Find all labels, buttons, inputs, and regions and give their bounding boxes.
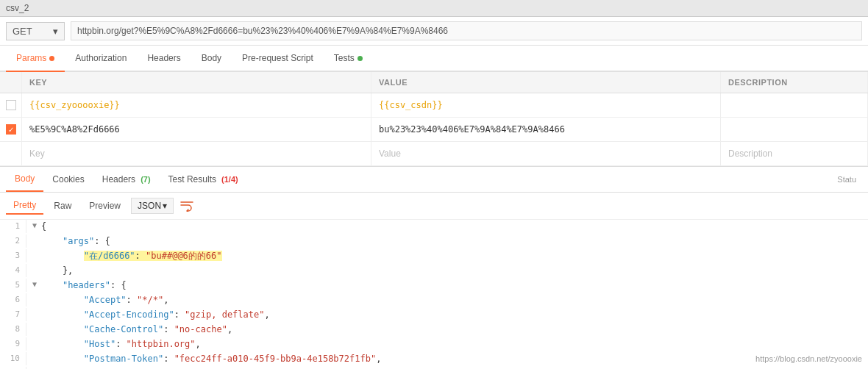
key-cell-2[interactable]: %E5%9C%A8%2Fd6666 (22, 118, 371, 141)
table-header: KEY VALUE DESCRIPTION (0, 72, 868, 93)
desc-cell-1[interactable] (721, 93, 868, 117)
top-bar: csv_2 (0, 0, 868, 17)
tab-tests[interactable]: Tests (324, 46, 373, 71)
params-dot (49, 56, 54, 61)
value-cell-1[interactable]: {{csv_csdn}} (371, 93, 721, 117)
code-line-8: 8 "Cache-Control": "no-cache", (0, 323, 868, 337)
format-bar: Pretty Raw Preview JSON ▾ (0, 193, 868, 220)
tab-label[interactable]: csv_2 (6, 3, 29, 13)
tab-prerequest[interactable]: Pre-request Script (232, 46, 324, 71)
code-content-4: }, (41, 264, 868, 278)
line-num-5: 5 (0, 279, 26, 292)
code-content-2: "args": { (41, 234, 868, 248)
key-cell-3[interactable]: Key (22, 142, 371, 165)
dropdown-chevron-icon: ▾ (163, 201, 167, 211)
val-placeholder: Value (379, 148, 401, 159)
col-checkbox (0, 72, 22, 93)
tab-headers[interactable]: Headers (137, 46, 191, 71)
format-dropdown[interactable]: JSON ▾ (131, 198, 174, 214)
watermark: https://blog.csdn.net/zyoooxie (755, 354, 862, 363)
tab-authorization[interactable]: Authorization (65, 46, 137, 71)
response-tabs: Body Cookies Headers (7) Test Results (1… (6, 167, 247, 192)
checkbox-unchecked-1[interactable] (6, 100, 16, 110)
code-line-1: 1 ▼ { (0, 220, 868, 234)
tab-tests-label: Tests (334, 53, 355, 63)
line-num-1: 1 (0, 220, 26, 233)
url-bar: GET ▾ (0, 17, 868, 46)
code-content-7: "Accept-Encoding": "gzip, deflate", (41, 308, 868, 322)
code-line-10: 10 "Postman-Token": "fecc24ff-a010-45f9-… (0, 352, 868, 367)
code-line-6: 6 "Accept": "*/*", (0, 293, 868, 308)
col-description: DESCRIPTION (721, 72, 868, 93)
tab-cookies-label: Cookies (52, 174, 84, 184)
key-value-1: {{csv_zyooooxie}} (29, 100, 120, 110)
tab-headers-label: Headers (147, 53, 180, 63)
code-line-9: 9 "Host": "httpbin.org", (0, 337, 868, 352)
checkbox-cell-1[interactable] (0, 93, 22, 117)
line-num-10: 10 (0, 352, 26, 365)
tab-response-body-label: Body (15, 173, 35, 184)
status-label: Statu (837, 175, 862, 184)
tab-cookies[interactable]: Cookies (43, 167, 93, 192)
request-tab-bar: Params Authorization Headers Body Pre-re… (0, 46, 868, 72)
code-content-1: { (41, 220, 868, 234)
tab-body[interactable]: Body (191, 46, 232, 71)
col-value: VALUE (371, 72, 721, 93)
value-cell-2[interactable]: bu%23%23%40%406%E7%9A%84%E7%9A%8466 (371, 118, 721, 141)
code-line-2: 2 "args": { (0, 234, 868, 249)
val-value-2: bu%23%23%40%406%E7%9A%84%E7%9A%8466 (379, 124, 565, 135)
val-value-1: {{csv_csdn}} (379, 100, 443, 110)
code-line-7: 7 "Accept-Encoding": "gzip, deflate", (0, 308, 868, 323)
desc-cell-2[interactable] (721, 118, 868, 141)
method-label: GET (13, 26, 32, 37)
checkbox-checked-2[interactable]: ✓ (6, 124, 16, 135)
col-key: KEY (22, 72, 371, 93)
table-row: Key Value Description (0, 142, 868, 166)
response-tab-bar: Body Cookies Headers (7) Test Results (1… (0, 167, 868, 193)
toggle-1[interactable]: ▼ (32, 220, 41, 232)
wrap-icon[interactable] (177, 197, 197, 215)
checkbox-cell-3 (0, 142, 22, 165)
pretty-button[interactable]: Pretty (6, 197, 43, 215)
tab-test-results-label: Test Results (168, 174, 216, 184)
code-content-6: "Accept": "*/*", (41, 293, 868, 307)
code-area: 1 ▼ { 2 "args": { 3 "在/d6666": "bu##@@6的… (0, 220, 868, 369)
code-line-4: 4 }, (0, 264, 868, 279)
line-num-3: 3 (0, 249, 26, 262)
tab-params[interactable]: Params (6, 46, 65, 72)
tab-response-headers[interactable]: Headers (7) (93, 167, 160, 192)
code-line-5: 5 ▼ "headers": { (0, 279, 868, 293)
desc-cell-3[interactable]: Description (721, 142, 868, 165)
params-table: KEY VALUE DESCRIPTION {{csv_zyooooxie}} … (0, 72, 868, 167)
tab-params-label: Params (16, 53, 46, 63)
code-content-5: "headers": { (41, 279, 868, 293)
url-input[interactable] (71, 21, 862, 40)
toggle-5[interactable]: ▼ (32, 279, 41, 290)
tests-dot (357, 56, 363, 61)
checkbox-cell-2[interactable]: ✓ (0, 118, 22, 141)
dropdown-arrow-icon: ▾ (53, 26, 58, 37)
tab-response-body[interactable]: Body (6, 167, 43, 192)
key-cell-1[interactable]: {{csv_zyooooxie}} (22, 93, 371, 117)
code-content-10: "Postman-Token": "fecc24ff-a010-45f9-bb9… (41, 352, 868, 366)
tab-test-results[interactable]: Test Results (1/4) (160, 167, 247, 192)
code-line-3: 3 "在/d6666": "bu##@@6的的66" (0, 249, 868, 264)
line-num-6: 6 (0, 293, 26, 307)
tab-prerequest-label: Pre-request Script (242, 53, 313, 63)
preview-button[interactable]: Preview (82, 198, 128, 214)
method-select[interactable]: GET ▾ (6, 22, 65, 40)
headers-badge: (7) (138, 175, 151, 184)
key-value-2: %E5%9C%A8%2Fd6666 (29, 124, 120, 135)
test-badge: (1/4) (219, 175, 238, 184)
line-num-8: 8 (0, 323, 26, 336)
line-num-4: 4 (0, 264, 26, 277)
value-cell-3[interactable]: Value (371, 142, 721, 165)
raw-button[interactable]: Raw (46, 198, 79, 214)
line-num-2: 2 (0, 234, 26, 248)
code-content-3: "在/d6666": "bu##@@6的的66" (41, 249, 868, 263)
line-num-9: 9 (0, 337, 26, 351)
key-placeholder: Key (29, 148, 45, 159)
tab-response-headers-label: Headers (102, 174, 135, 184)
format-label: JSON (138, 201, 161, 211)
table-row: ✓ %E5%9C%A8%2Fd6666 bu%23%23%40%406%E7%9… (0, 118, 868, 142)
